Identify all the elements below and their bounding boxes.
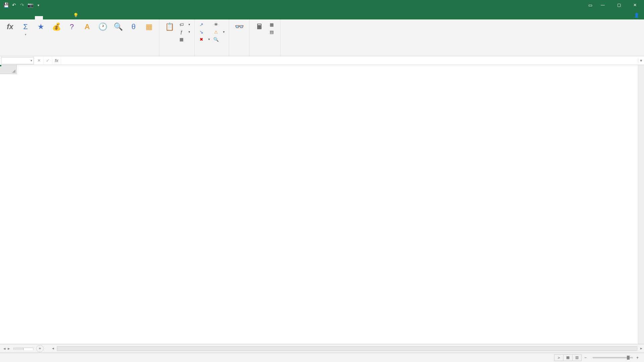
spreadsheet-grid (0, 65, 644, 344)
sigma-icon: Σ (20, 21, 31, 32)
more-icon: ▦ (144, 21, 154, 32)
zoom-out-button[interactable]: − (584, 355, 587, 360)
financial-button[interactable]: 💰 (49, 21, 64, 37)
text-button[interactable]: A (80, 21, 95, 37)
calc-icon: 🖩 (254, 21, 265, 32)
calculation-options-button[interactable]: 🖩 (252, 21, 267, 36)
cancel-formula-button[interactable]: ✕ (35, 57, 44, 64)
watch-icon: 👓 (234, 21, 245, 32)
sheet-nav-prev-icon[interactable]: ◂ (3, 346, 6, 351)
tab-review[interactable] (51, 16, 59, 19)
formula-bar: ✕ ✓ fx ▾ (0, 56, 644, 65)
sheet-nav-next-icon[interactable]: ▸ (8, 346, 10, 351)
view-pagebreak-button[interactable]: ▥ (572, 354, 582, 361)
calculate-sheet-button[interactable]: ▤ (268, 28, 277, 36)
tab-start[interactable] (11, 16, 19, 19)
tab-insert[interactable] (19, 16, 27, 19)
titlebar: 💾 ↶ ↷ 📷 ▾ ▭ — ▢ ✕ (0, 0, 644, 10)
financial-icon: 💰 (51, 21, 62, 32)
eval-icon: 🔍 (213, 37, 219, 42)
text-icon: A (82, 21, 93, 32)
name-box[interactable] (1, 57, 34, 64)
formula-input[interactable] (61, 57, 638, 64)
theta-icon: θ (128, 21, 139, 32)
view-normal-button[interactable]: > (554, 354, 564, 361)
trace-dependents-button[interactable]: ↘ (197, 28, 211, 36)
logical-button[interactable]: ? (64, 21, 79, 37)
fx-button[interactable]: fx (52, 57, 61, 64)
define-name-button[interactable]: 🏷▾ (177, 21, 192, 28)
view-layout-button[interactable]: ▦ (563, 354, 573, 361)
add-sheet-button[interactable]: + (36, 345, 44, 352)
undo-icon[interactable]: ↶ (11, 2, 17, 8)
trace-precedents-button[interactable]: ↗ (197, 21, 211, 28)
lookup-button[interactable]: 🔍 (111, 21, 125, 37)
cells-area[interactable] (17, 74, 638, 344)
column-headers (17, 65, 638, 74)
zoom-slider[interactable] (593, 357, 633, 358)
selection-icon: ▦ (179, 37, 184, 42)
remove-icon: ✖ (199, 37, 204, 42)
expand-formula-icon[interactable]: ▾ (638, 58, 644, 63)
formula-icon: ƒ (179, 29, 184, 35)
row-headers (0, 74, 17, 344)
show-formulas-button[interactable]: 👁 (212, 21, 226, 28)
ribbon-tabs: 💡 👤 (0, 10, 644, 19)
error-checking-button[interactable]: ⚠▾ (212, 28, 226, 36)
close-button[interactable]: ✕ (629, 0, 641, 10)
share-button[interactable]: 👤 (629, 11, 644, 19)
clock-icon: 🕐 (97, 21, 108, 32)
more-functions-button[interactable]: ▦ (142, 21, 156, 37)
calculate-now-button[interactable]: ▦ (268, 21, 277, 28)
math-button[interactable]: θ (126, 21, 141, 37)
ribbon-display-icon[interactable]: ▭ (588, 3, 592, 8)
sheet-tab-1[interactable] (13, 348, 23, 350)
tab-formulas[interactable] (35, 16, 43, 19)
evaluate-formula-button[interactable]: 🔍 (212, 36, 226, 43)
lookup-icon: 🔍 (113, 21, 123, 32)
name-manager-button[interactable]: 📋 (162, 21, 177, 43)
minimize-button[interactable]: — (597, 0, 608, 10)
use-in-formula-button[interactable]: ƒ▾ (177, 28, 192, 36)
show-icon: 👁 (213, 22, 219, 27)
name-manager-icon: 📋 (164, 21, 175, 32)
vertical-scrollbar[interactable] (638, 65, 644, 344)
recent-icon: ★ (36, 21, 46, 32)
insert-function-button[interactable]: fx (3, 21, 17, 37)
tab-data[interactable] (43, 16, 51, 19)
sheet-tab-2[interactable] (23, 348, 34, 350)
tab-view[interactable] (59, 16, 67, 19)
redo-icon[interactable]: ↷ (19, 2, 25, 8)
sheet-bar: ◂ ▸ + (0, 344, 644, 353)
maximize-button[interactable]: ▢ (613, 0, 625, 10)
tab-file[interactable] (1, 16, 11, 19)
warning-icon: ⚠ (213, 29, 219, 35)
qat-more-icon[interactable]: ▾ (36, 2, 41, 8)
logical-icon: ? (66, 21, 77, 32)
autosum-button[interactable]: Σ ▾ (18, 21, 33, 37)
enter-formula-button[interactable]: ✓ (44, 57, 52, 64)
camera-icon[interactable]: 📷 (28, 2, 33, 8)
share-icon: 👤 (634, 13, 639, 18)
status-bar: > ▦ ▥ − + (0, 353, 644, 362)
tell-me-search[interactable]: 💡 (73, 11, 80, 19)
horizontal-scrollbar[interactable] (57, 346, 637, 351)
zoom-in-button[interactable]: + (636, 355, 639, 360)
watch-window-button[interactable]: 👓 (232, 21, 247, 34)
recent-button[interactable]: ★ (34, 21, 48, 37)
lightbulb-icon: 💡 (73, 13, 78, 18)
calc-now-icon: ▦ (269, 22, 274, 27)
remove-arrows-button[interactable]: ✖▾ (197, 36, 211, 43)
save-icon[interactable]: 💾 (3, 2, 9, 8)
fx-icon: fx (5, 21, 15, 32)
arrow-down-icon: ↘ (199, 29, 204, 35)
tag-icon: 🏷 (179, 22, 184, 27)
tab-layout[interactable] (27, 16, 35, 19)
calc-sheet-icon: ▤ (269, 29, 274, 35)
ribbon: fx Σ ▾ ★ 💰 ? A (0, 19, 644, 56)
select-all-corner[interactable] (0, 65, 17, 74)
arrow-up-icon: ↗ (199, 22, 204, 27)
datetime-button[interactable]: 🕐 (95, 21, 110, 37)
create-from-selection-button[interactable]: ▦ (177, 36, 192, 43)
